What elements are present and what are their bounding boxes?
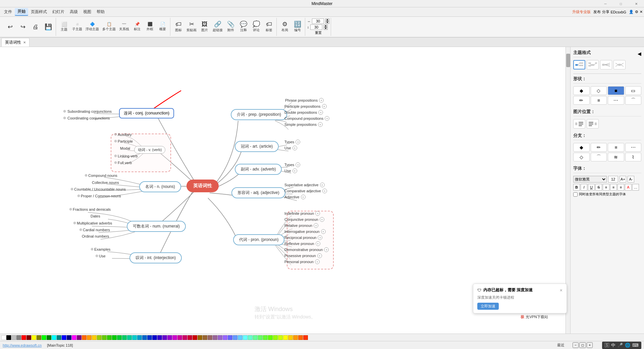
- color-swatch[interactable]: [137, 335, 142, 340]
- color-swatch[interactable]: [52, 335, 56, 340]
- canvas-area[interactable]: 英语词性 连词 - conj. (conuunction) ⊕ Subordin…: [0, 47, 570, 334]
- linking-verb-node[interactable]: ⊕Linking verb: [111, 153, 140, 159]
- apply-all-checkbox[interactable]: [573, 192, 578, 197]
- color-swatch[interactable]: [162, 335, 167, 340]
- full-verb-node[interactable]: ⊕Full verb: [111, 160, 135, 165]
- possessive-pronoun-node[interactable]: Posessive pronoun +: [282, 253, 325, 259]
- color-swatch[interactable]: [32, 335, 36, 340]
- color-swatch[interactable]: [273, 335, 278, 340]
- font-size-big-button[interactable]: A+: [620, 176, 626, 183]
- layout-style-2[interactable]: [587, 60, 599, 69]
- close-top-icon[interactable]: ✕: [640, 10, 643, 14]
- close-button[interactable]: ✕: [629, 0, 644, 7]
- underline-button[interactable]: U: [588, 184, 595, 191]
- branch-style-8[interactable]: ⌇: [625, 153, 642, 161]
- numeral-node[interactable]: 可数名词 - num. (numeral): [127, 221, 186, 232]
- callout-button[interactable]: 📌标注: [131, 19, 143, 35]
- share-btn[interactable]: 分享: [602, 9, 609, 14]
- more-font-options[interactable]: …: [632, 184, 639, 191]
- color-swatch[interactable]: [208, 335, 212, 340]
- bold-button[interactable]: B: [573, 184, 580, 191]
- width-input[interactable]: [312, 18, 324, 24]
- color-swatch[interactable]: [21, 335, 26, 340]
- relation-button[interactable]: 〰关系线: [118, 19, 130, 35]
- vscroll-thumb[interactable]: [566, 54, 570, 67]
- menu-home[interactable]: 开始: [15, 8, 28, 16]
- demonstrative-pronoun-node[interactable]: Demonstrative pronoun +: [282, 247, 331, 253]
- color-swatch[interactable]: [198, 335, 202, 340]
- menu-help[interactable]: 帮助: [94, 8, 107, 15]
- double-prep-plus[interactable]: +: [318, 110, 323, 115]
- demonstrative-plus[interactable]: +: [324, 247, 329, 252]
- color-swatch[interactable]: [167, 335, 172, 340]
- interjection-use-node[interactable]: ⊕Use: [93, 253, 108, 259]
- adjective-node[interactable]: 形容词 - adj. (adjective): [231, 187, 285, 198]
- floating-button[interactable]: 🔷浮动主题: [84, 19, 100, 35]
- layout-style-3[interactable]: [600, 60, 612, 69]
- color-swatch[interactable]: [107, 335, 112, 340]
- color-swatch[interactable]: [258, 335, 263, 340]
- save-button[interactable]: 💾: [42, 19, 54, 35]
- color-swatch[interactable]: [177, 335, 182, 340]
- undo-button[interactable]: ↩: [4, 19, 16, 35]
- reflexive-pronoun-node[interactable]: Reflexive pronoun +: [282, 241, 323, 247]
- comparative-plus[interactable]: +: [322, 189, 327, 193]
- panel-collapse-button[interactable]: ◀: [638, 51, 641, 56]
- align-left-button[interactable]: ≡: [603, 184, 609, 191]
- shape-diamond[interactable]: ◆: [573, 86, 590, 95]
- color-swatch[interactable]: [132, 335, 137, 340]
- pronoun-node[interactable]: 代词 - pron. (pronoun): [233, 234, 284, 245]
- shape-curve[interactable]: ⌒: [625, 96, 642, 105]
- color-swatch[interactable]: [11, 335, 16, 340]
- shape-rect[interactable]: ■: [608, 86, 624, 95]
- double-prep-node[interactable]: Double prepositions +: [282, 109, 326, 115]
- zoom-out-button[interactable]: −: [573, 342, 579, 348]
- reciprocal-plus[interactable]: +: [318, 235, 322, 240]
- taskbar-icon-2[interactable]: 中: [611, 342, 615, 348]
- dates-node[interactable]: Dates: [88, 213, 103, 219]
- personal-plus[interactable]: +: [315, 259, 320, 264]
- shape-dashed[interactable]: ⋯: [608, 96, 624, 105]
- color-swatch[interactable]: [182, 335, 187, 340]
- color-swatch[interactable]: [243, 335, 248, 340]
- auxiliary-node[interactable]: ⊕Auxiliary: [111, 132, 135, 137]
- icon-button[interactable]: 🏷图标: [172, 19, 184, 35]
- layout-style-1[interactable]: [573, 60, 585, 69]
- layout-button[interactable]: ⚙布局: [279, 19, 291, 35]
- coordinating-node[interactable]: ⊕ Coordinating conjunctions: [60, 115, 113, 121]
- color-swatch[interactable]: [42, 335, 46, 340]
- color-swatch[interactable]: [142, 335, 147, 340]
- align-right-button[interactable]: ≡: [618, 184, 624, 191]
- compound-prep-plus[interactable]: +: [325, 116, 329, 121]
- reflexive-plus[interactable]: +: [316, 241, 320, 246]
- preposition-node[interactable]: 介词 - prep. (preposition): [231, 109, 287, 120]
- branch-style-5[interactable]: ◇: [573, 153, 590, 161]
- menu-file[interactable]: 文件: [1, 8, 15, 15]
- menu-advanced[interactable]: 高级: [67, 8, 80, 15]
- compound-nouns-node[interactable]: ⊕Compound nouns: [82, 172, 120, 178]
- font-family-select[interactable]: 微软雅黑: [573, 176, 607, 183]
- conjunction-node[interactable]: 连词 - conj. (conuunction): [119, 108, 174, 118]
- taskbar-icon-3[interactable]: 🌐: [625, 343, 630, 348]
- indefinite-pronoun-node[interactable]: Indefinite pronoun +: [282, 210, 323, 216]
- tab-english-words[interactable]: 英语词性 ✕: [1, 38, 30, 47]
- relative-pronoun-node[interactable]: Relative pronoun +: [282, 222, 321, 229]
- branch-style-2[interactable]: ✏: [591, 143, 607, 152]
- article-types-plus[interactable]: +: [296, 140, 300, 144]
- color-swatch[interactable]: [97, 335, 102, 340]
- print-button[interactable]: 🖨: [30, 19, 42, 35]
- adverb-node[interactable]: 副词 - adv. (adverb): [235, 164, 282, 175]
- reset-button[interactable]: 重置: [307, 31, 329, 35]
- font-size-input[interactable]: [608, 176, 618, 183]
- menu-view[interactable]: 视图: [80, 8, 94, 15]
- minimize-button[interactable]: ─: [598, 0, 613, 7]
- topic-button[interactable]: ⬜主题: [58, 19, 70, 35]
- phrase-prep-node[interactable]: Phrase prepositions +: [282, 97, 326, 103]
- countable-nouns-node[interactable]: ⊕Countable / Uncountable nouns: [68, 186, 128, 192]
- shape-edit[interactable]: ✏: [573, 96, 590, 105]
- taskbar-icon-1[interactable]: 🇸: [605, 343, 609, 348]
- publish-btn[interactable]: 发布: [593, 9, 601, 14]
- layout-style-4[interactable]: [613, 60, 626, 69]
- summary-button[interactable]: 📄概要: [157, 19, 169, 35]
- color-swatch[interactable]: [47, 335, 51, 340]
